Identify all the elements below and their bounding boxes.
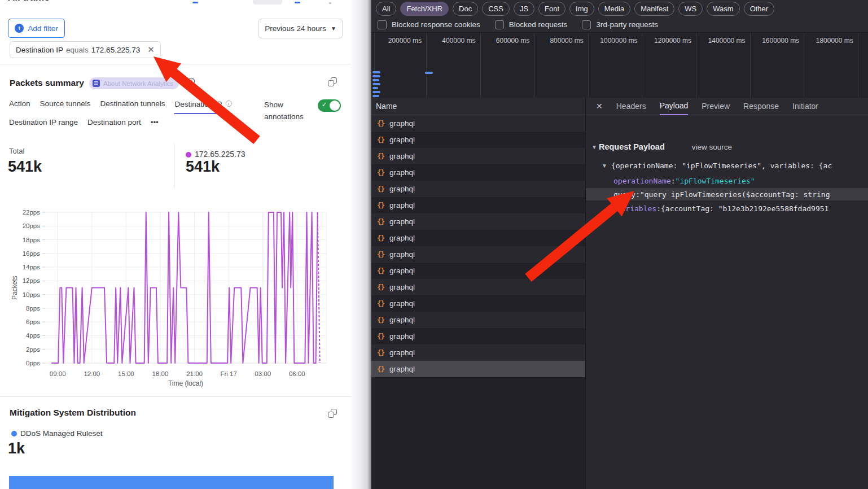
filter-pill-media[interactable]: Media bbox=[598, 2, 630, 16]
request-row[interactable]: {}graphql bbox=[371, 230, 585, 246]
view-source-link[interactable]: view source bbox=[692, 143, 732, 151]
request-row-selected[interactable]: {}graphql bbox=[371, 361, 585, 377]
payload-value: "ipFlowTimeseries" bbox=[676, 177, 755, 185]
tab-destination-port[interactable]: Destination port bbox=[87, 118, 141, 130]
filter-pill-css[interactable]: CSS bbox=[482, 2, 510, 16]
filter-pill-ws[interactable]: WS bbox=[678, 2, 703, 16]
request-timing-marker bbox=[372, 75, 380, 77]
tab-source-tunnels[interactable]: Source tunnels bbox=[40, 99, 91, 112]
request-row[interactable]: {}graphql bbox=[371, 263, 585, 279]
request-row[interactable]: {}graphql bbox=[371, 197, 585, 213]
request-type-filter-bar: AllFetch/XHRDocCSSJSFontImgMediaManifest… bbox=[371, 0, 868, 17]
request-timing-marker bbox=[372, 71, 380, 73]
panel-gutter-scrollbar[interactable] bbox=[351, 0, 371, 489]
x-axis-title: Time (local) bbox=[168, 379, 203, 387]
show-annotations-toggle[interactable]: ✓ bbox=[318, 99, 341, 112]
section-title: Request Payload bbox=[599, 142, 665, 151]
request-row[interactable]: {}graphql bbox=[371, 181, 585, 197]
payload-row-query[interactable]: query: "query ipFlowTimeseries($accountT… bbox=[586, 188, 868, 200]
request-row[interactable]: {}graphql bbox=[371, 279, 585, 295]
tab-label: Action bbox=[9, 99, 30, 108]
payload-row-variables[interactable]: ▶variables: {accountTag: "b12e3b2192ee55… bbox=[586, 202, 868, 215]
request-row[interactable]: {}graphql bbox=[371, 115, 585, 132]
name-column-header[interactable]: Name bbox=[371, 98, 585, 115]
filter-pill-doc[interactable]: Doc bbox=[453, 2, 478, 16]
close-icon[interactable]: ✕ bbox=[596, 102, 603, 111]
filter-field: Destination IP bbox=[16, 46, 63, 54]
payload-value: "query ipFlowTimeseries($accountTag: str… bbox=[640, 190, 830, 199]
request-row[interactable]: {}graphql bbox=[371, 295, 585, 312]
filter-pill-img[interactable]: Img bbox=[569, 2, 594, 16]
packets-line-chart: 0pps2pps4pps6pps8pps10pps12pps14pps16pps… bbox=[0, 201, 351, 396]
filter-pill-wasm[interactable]: Wasm bbox=[707, 2, 739, 16]
name-header-label: Name bbox=[376, 102, 397, 111]
payload-value: {accountTag: "b12e3b2192ee5588fdad9951 bbox=[661, 204, 828, 213]
request-row[interactable]: {}graphql bbox=[371, 344, 585, 361]
checkbox-3rd-party-requests[interactable]: 3rd-party requests bbox=[582, 20, 658, 29]
book-icon bbox=[93, 80, 100, 87]
clipped-toolbar-fragment bbox=[192, 2, 198, 3]
filter-pill-js[interactable]: JS bbox=[514, 2, 534, 16]
filter-chip[interactable]: Destination IP equals 172.65.225.73 ✕ bbox=[10, 41, 161, 58]
add-filter-button[interactable]: + Add filter bbox=[8, 19, 65, 38]
detail-tab-initiator[interactable]: Initiator bbox=[792, 98, 818, 115]
checkbox-icon[interactable] bbox=[582, 20, 591, 29]
expand-card-icon[interactable] bbox=[328, 77, 337, 86]
request-name: graphql bbox=[389, 185, 415, 193]
json-braces-icon: {} bbox=[377, 332, 384, 340]
request-detail-panel: ✕ HeadersPayloadPreviewResponseInitiator… bbox=[586, 98, 868, 489]
detail-tab-preview[interactable]: Preview bbox=[702, 98, 730, 115]
mitigation-legend: DDoS Managed Ruleset bbox=[20, 429, 103, 438]
json-braces-icon: {} bbox=[377, 234, 384, 242]
request-row[interactable]: {}graphql bbox=[371, 213, 585, 230]
checkbox-blocked-requests[interactable]: Blocked requests bbox=[495, 20, 568, 29]
filter-pill-fetch-xhr[interactable]: Fetch/XHR bbox=[400, 2, 449, 16]
filter-pill-font[interactable]: Font bbox=[538, 2, 565, 16]
filter-pill-all[interactable]: All bbox=[376, 2, 396, 16]
filter-pill-other[interactable]: Other bbox=[744, 2, 775, 16]
payload-summary-line[interactable]: ▼ {operationName: "ipFlowTimeseries", va… bbox=[586, 159, 868, 172]
checkbox-icon[interactable] bbox=[378, 20, 387, 29]
tab-destination-tunnels[interactable]: Destination tunnels bbox=[100, 99, 165, 112]
request-name: graphql bbox=[389, 201, 415, 209]
request-row[interactable]: {}graphql bbox=[371, 246, 585, 263]
info-icon[interactable]: ⓘ bbox=[225, 99, 232, 109]
series-line bbox=[51, 212, 318, 363]
expand-triangle-icon[interactable]: ▶ bbox=[608, 206, 613, 212]
network-overview-timeline[interactable]: 200000 ms400000 ms600000 ms800000 ms1000… bbox=[371, 33, 868, 98]
payload-view: ▼ Request Payload view source ▼ {operati… bbox=[586, 115, 868, 489]
about-network-analytics-badge[interactable]: About Network Analytics bbox=[89, 77, 179, 89]
mitigation-title: Mitigation System Distribution bbox=[10, 408, 136, 418]
detail-tab-response[interactable]: Response bbox=[743, 98, 779, 115]
checkbox-label: 3rd-party requests bbox=[596, 20, 658, 29]
filter-operator: equals bbox=[66, 46, 89, 54]
payload-row-operationname[interactable]: operationName: "ipFlowTimeseries" bbox=[586, 174, 868, 187]
tab-action[interactable]: Action bbox=[9, 99, 30, 112]
filter-pill-manifest[interactable]: Manifest bbox=[634, 2, 674, 16]
tab-destination-ip[interactable]: Destination IPⓘ bbox=[174, 99, 232, 114]
detail-tab-headers[interactable]: Headers bbox=[616, 98, 646, 115]
request-row[interactable]: {}graphql bbox=[371, 328, 585, 344]
time-range-dropdown[interactable]: Previous 24 hours ▼ bbox=[258, 19, 343, 38]
summary-tabs-row2: Destination IP rangeDestination port••• bbox=[9, 118, 159, 130]
collapse-triangle-icon[interactable]: ▼ bbox=[591, 144, 597, 150]
checkbox-blocked-response-cookies[interactable]: Blocked response cookies bbox=[378, 20, 480, 29]
request-row[interactable]: {}graphql bbox=[371, 132, 585, 148]
request-timing-marker bbox=[372, 87, 378, 89]
close-icon[interactable]: ✕ bbox=[147, 45, 155, 55]
json-braces-icon: {} bbox=[377, 119, 384, 128]
toggle-knob bbox=[330, 101, 340, 111]
more-tabs-icon[interactable]: ••• bbox=[151, 118, 159, 130]
request-row[interactable]: {}graphql bbox=[371, 148, 585, 164]
collapse-triangle-icon[interactable]: ▼ bbox=[602, 163, 607, 169]
series-stat-label: 172.65.225.73 bbox=[195, 150, 246, 159]
analytics-panel: All traffic + Add filter Previous 24 hou… bbox=[0, 0, 351, 489]
detail-tab-payload[interactable]: Payload bbox=[660, 98, 689, 115]
checkbox-label: Blocked response cookies bbox=[392, 20, 480, 29]
tab-destination-ip-range[interactable]: Destination IP range bbox=[9, 118, 78, 130]
x-tick-label: 18:00 bbox=[152, 370, 169, 377]
checkbox-icon[interactable] bbox=[495, 20, 504, 29]
request-row[interactable]: {}graphql bbox=[371, 164, 585, 181]
request-row[interactable]: {}graphql bbox=[371, 312, 585, 328]
expand-card-icon[interactable] bbox=[328, 409, 337, 418]
